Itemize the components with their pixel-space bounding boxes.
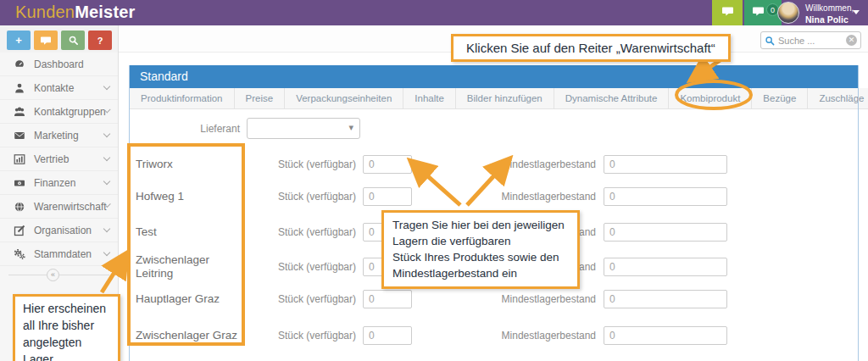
tab-produktinformation[interactable]: Produktinformation — [130, 88, 235, 109]
tab-inhalte[interactable]: Inhalte — [403, 88, 456, 109]
app-header: KundenMeister 0 Willkommen, Nina Polic — [0, 0, 868, 25]
chevron-down-icon[interactable] — [853, 10, 860, 14]
warehouse-name: Test — [136, 225, 248, 239]
callout-line: angelegten Lager — [23, 335, 110, 361]
stueck-input[interactable] — [363, 326, 412, 345]
tab-zuschlaege[interactable]: Zuschläge — [808, 88, 868, 109]
stueck-label: Stück (verfügbar) — [246, 222, 356, 242]
warehouse-name: Zwischenlager Leitring — [136, 253, 248, 280]
lieferant-select[interactable]: ▾ — [247, 118, 360, 139]
sidebar-item-label: Stammdaten — [34, 248, 104, 260]
callout-line: Tragen Sie hier bei den jeweiligen — [392, 217, 569, 233]
speech-bubble-icon — [752, 5, 765, 20]
callout-line: Stück Ihres Produktes sowie den — [392, 249, 569, 265]
sidebar-item-organisation[interactable]: Organisation — [0, 219, 118, 242]
callout-line: Hier erscheinen — [23, 301, 110, 318]
search-quick-button[interactable] — [61, 31, 85, 50]
logo-part2: Meister — [75, 3, 135, 21]
tab-preise[interactable]: Preise — [235, 88, 286, 109]
sidebar-item-warenwirtschaft[interactable]: Warenwirtschaft — [0, 195, 118, 219]
sidebar-item-kontaktgruppen[interactable]: Kontaktgruppen — [0, 100, 118, 124]
sidebar-item-label: Kontakte — [34, 82, 104, 94]
stueck-label: Stück (verfügbar) — [246, 257, 356, 277]
search-icon — [68, 35, 79, 46]
user-menu[interactable]: Willkommen, Nina Polic — [805, 3, 854, 25]
user-avatar[interactable] — [777, 2, 799, 24]
callout-click-tab: Klicken Sie auf den Reiter „Warenwirtsch… — [451, 34, 731, 62]
mindestlager-label: Mindestlagerbestand — [486, 154, 596, 175]
tab-verpackungseinheiten[interactable]: Verpackungseinheiten — [285, 88, 403, 109]
chat-quick-button[interactable] — [34, 31, 58, 50]
stueck-input[interactable] — [363, 187, 412, 206]
sidebar-item-marketing[interactable]: Marketing — [0, 124, 118, 147]
help-button[interactable]: ? — [88, 31, 112, 50]
gauge-icon — [14, 58, 25, 70]
warehouse-name: Hofweg 1 — [136, 190, 248, 203]
tab-kombiprodukt[interactable]: Kombiprodukt — [669, 88, 752, 109]
chat-button[interactable] — [712, 0, 743, 25]
clear-search-icon[interactable]: ✕ — [846, 35, 857, 46]
warehouse-name: Hauptlager Graz — [136, 292, 248, 306]
sidebar-item-finanzen[interactable]: Finanzen — [0, 171, 118, 195]
tab-bilder-hinzufuegen[interactable]: Bilder hinzufügen — [456, 88, 554, 109]
mindestlager-input[interactable] — [604, 155, 727, 174]
chevron-down-icon — [103, 154, 110, 161]
add-button[interactable]: + — [7, 31, 31, 50]
mindestlager-label: Mindestlagerbestand — [486, 289, 596, 309]
user-name: Nina Polic — [805, 14, 854, 25]
chevron-down-icon — [103, 249, 110, 256]
messages-button[interactable]: 0 — [744, 0, 782, 25]
sidebar-item-vertrieb[interactable]: Vertrieb — [0, 147, 118, 171]
warehouse-row: Zwischenlager Graz Stück (verfügbar) Min… — [136, 325, 859, 346]
mindestlager-input[interactable] — [604, 223, 727, 242]
mindestlager-label: Mindestlagerbestand — [486, 186, 596, 207]
search-input[interactable] — [778, 36, 846, 46]
tab-dynamische-attribute[interactable]: Dynamische Attribute — [554, 88, 670, 109]
bar-chart-icon — [14, 153, 25, 165]
callout-enter-stock: Tragen Sie hier bei den jeweiligen Lager… — [381, 210, 580, 289]
chevron-down-icon — [103, 178, 110, 185]
sidebar-collapse-row: « — [0, 268, 118, 281]
money-icon — [14, 177, 25, 189]
warehouse-row: Triworx Stück (verfügbar) Mindestlagerbe… — [136, 154, 859, 175]
logo-part1: Kunden — [15, 3, 75, 21]
sidebar-item-label: Vertrieb — [34, 153, 104, 165]
mindestlager-input[interactable] — [604, 290, 727, 308]
callout-line: Lagern die verfügbaren — [392, 233, 569, 249]
quick-actions-bar: + ? — [0, 25, 119, 53]
tab-bezuege[interactable]: Bezüge — [752, 88, 808, 109]
users-icon — [14, 106, 25, 118]
welcome-text: Willkommen, — [805, 3, 854, 14]
callout-line: Mindestlagerbestand ein — [392, 265, 569, 281]
callout-line: all Ihre bisher — [23, 318, 110, 335]
warehouse-row: Hauptlager Graz Stück (verfügbar) Mindes… — [136, 289, 859, 309]
sidebar-item-kontakte[interactable]: Kontakte — [0, 76, 118, 100]
warehouse-name: Zwischenlager Graz — [136, 329, 248, 342]
mindestlager-input[interactable] — [604, 258, 727, 276]
warehouse-name: Triworx — [136, 158, 248, 171]
app-logo: KundenMeister — [15, 3, 136, 22]
mindestlager-input[interactable] — [604, 326, 727, 345]
stueck-label: Stück (verfügbar) — [246, 289, 356, 309]
sidebar-item-stammdaten[interactable]: Stammdaten — [0, 242, 118, 266]
sidebar-item-dashboard[interactable]: Dashboard — [0, 53, 118, 76]
envelope-icon — [14, 130, 25, 142]
warehouse-names-highlight-rect — [129, 145, 243, 344]
stueck-input[interactable] — [363, 290, 412, 308]
stueck-input[interactable] — [363, 155, 412, 174]
callout-warehouses: Hier erscheinen all Ihre bisher angelegt… — [13, 294, 120, 361]
lieferant-label: Lieferant — [127, 119, 240, 138]
edit-icon — [14, 225, 25, 236]
stueck-label: Stück (verfügbar) — [246, 325, 356, 346]
sidebar-item-label: Kontaktgruppen — [34, 106, 106, 118]
sidebar-item-label: Finanzen — [34, 177, 104, 189]
sidebar-item-label: Organisation — [34, 225, 104, 236]
warehouse-row: Hofweg 1 Stück (verfügbar) Mindestlagerb… — [136, 186, 859, 207]
chat-bubble-icon — [721, 5, 734, 20]
mindestlager-input[interactable] — [604, 187, 727, 206]
collapse-sidebar-icon[interactable]: « — [47, 269, 59, 281]
mindestlager-label: Mindestlagerbestand — [486, 325, 596, 346]
user-icon — [14, 82, 25, 94]
chevron-down-icon — [103, 83, 110, 90]
sidebar-item-label: Marketing — [34, 130, 104, 142]
